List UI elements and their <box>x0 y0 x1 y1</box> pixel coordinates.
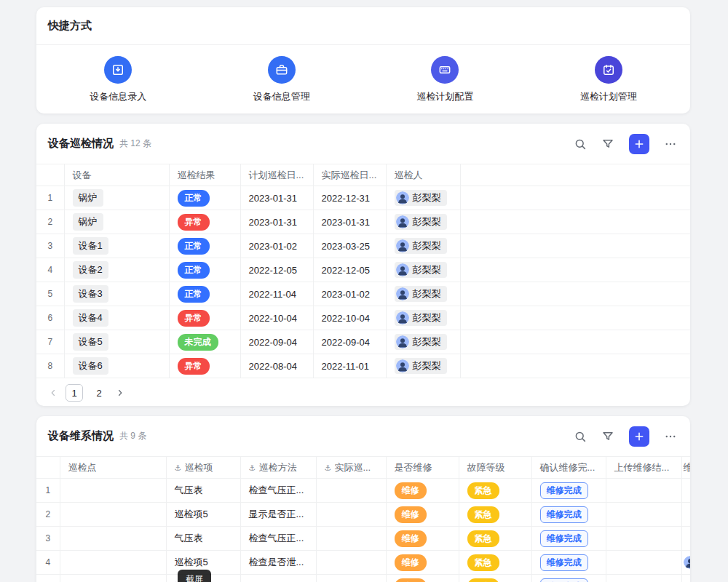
device-cell[interactable]: 设备3 <box>64 282 169 306</box>
inspector-cell[interactable]: 彭梨梨 <box>386 306 460 330</box>
plan-date-cell[interactable]: 2022-09-04 <box>240 330 313 354</box>
actual-date-cell[interactable]: 2022-09-04 <box>313 330 386 354</box>
repair-cell[interactable]: 维修 <box>386 527 459 551</box>
maintenance-col-header-5[interactable]: 是否维修 <box>386 457 459 479</box>
add-record-button[interactable] <box>629 426 649 447</box>
inspection-col-header-1[interactable]: 设备 <box>64 164 169 186</box>
actual-date-cell[interactable]: 2022-10-04 <box>313 306 386 330</box>
confirm-repair-button[interactable]: 维修完成 <box>540 578 588 582</box>
inspection-row[interactable]: 6设备4异常2022-10-042022-10-04彭梨梨 <box>36 306 690 330</box>
inspector-cell[interactable]: 彭梨梨 <box>386 234 460 258</box>
maintenance-col-header-4[interactable]: ⚓︎实际巡... <box>316 457 386 479</box>
inspection-row[interactable]: 3设备1正常2023-01-022023-03-25彭梨梨 <box>36 234 690 258</box>
shortcut-item-1[interactable]: 设备信息录入 <box>36 56 200 103</box>
confirm-cell[interactable]: 维修完成 <box>531 503 606 527</box>
inspector-cell[interactable]: 彭梨梨 <box>386 354 460 378</box>
device-cell[interactable]: 设备6 <box>64 354 169 378</box>
inspector-cell[interactable]: 彭梨梨 <box>386 330 460 354</box>
actual-cell[interactable] <box>316 527 386 551</box>
maintenance-col-header-2[interactable]: ⚓︎巡检项 <box>166 457 240 479</box>
device-cell[interactable]: 锅炉 <box>64 210 169 234</box>
level-cell[interactable]: 紧急 <box>459 575 531 582</box>
more-options-icon[interactable] <box>664 137 677 151</box>
maintenance-row[interactable]: 5巡检项5维修紧急维修完成 <box>36 575 690 582</box>
inspector-cell[interactable]: 彭梨梨 <box>386 282 460 306</box>
plan-date-cell[interactable]: 2022-12-05 <box>240 258 313 282</box>
actual-date-cell[interactable]: 2022-12-05 <box>313 258 386 282</box>
method-cell[interactable]: 检查气压正... <box>240 479 316 503</box>
repair-cell[interactable]: 维修 <box>386 551 459 575</box>
device-cell[interactable]: 设备1 <box>64 234 169 258</box>
shortcut-item-4[interactable]: 巡检计划管理 <box>527 56 691 103</box>
maintenance-col-header-3[interactable]: ⚓︎巡检方法 <box>240 457 316 479</box>
inspection-col-header-4[interactable]: 实际巡检日... <box>313 164 386 186</box>
maintenance-col-header-9[interactable]: 维 <box>681 457 690 479</box>
actual-cell[interactable] <box>316 503 386 527</box>
actual-date-cell[interactable]: 2023-01-02 <box>313 282 386 306</box>
maintenance-row[interactable]: 4巡检项5检查是否泄...维修紧急维修完成 <box>36 551 690 575</box>
repair-cell[interactable]: 维修 <box>386 479 459 503</box>
repair-cell[interactable]: 维修 <box>386 575 459 582</box>
plan-date-cell[interactable]: 2022-08-04 <box>240 354 313 378</box>
actual-date-cell[interactable]: 2022-11-01 <box>313 354 386 378</box>
upload-cell[interactable] <box>606 479 681 503</box>
maintenance-col-header-1[interactable]: 巡检点 <box>60 457 166 479</box>
inspector-cell[interactable]: 彭梨梨 <box>386 258 460 282</box>
confirm-cell[interactable]: 维修完成 <box>531 527 606 551</box>
point-cell[interactable] <box>60 479 166 503</box>
result-cell[interactable]: 异常 <box>169 354 240 378</box>
upload-cell[interactable] <box>606 503 681 527</box>
extra-cell[interactable] <box>681 503 690 527</box>
point-cell[interactable] <box>60 575 166 582</box>
add-record-button[interactable] <box>629 134 649 154</box>
device-cell[interactable]: 锅炉 <box>64 186 169 210</box>
level-cell[interactable]: 紧急 <box>459 551 531 575</box>
device-cell[interactable]: 设备2 <box>64 258 169 282</box>
extra-cell[interactable] <box>681 479 690 503</box>
result-cell[interactable]: 正常 <box>169 258 240 282</box>
page-button-1[interactable]: 1 <box>66 384 83 402</box>
repair-cell[interactable]: 维修 <box>386 503 459 527</box>
inspection-col-header-3[interactable]: 计划巡检日... <box>240 164 313 186</box>
inspection-row[interactable]: 2锅炉异常2023-01-312023-01-31彭梨梨 <box>36 210 690 234</box>
confirm-cell[interactable]: 维修完成 <box>531 479 606 503</box>
more-options-icon[interactable] <box>664 430 677 443</box>
result-cell[interactable]: 正常 <box>169 186 240 210</box>
maintenance-col-header-8[interactable]: 上传维修结... <box>606 457 681 479</box>
upload-cell[interactable] <box>606 551 681 575</box>
confirm-repair-button[interactable]: 维修完成 <box>540 530 588 547</box>
actual-cell[interactable] <box>316 479 386 503</box>
filter-icon[interactable] <box>601 137 614 151</box>
extra-cell[interactable] <box>681 575 690 582</box>
confirm-cell[interactable]: 维修完成 <box>531 551 606 575</box>
confirm-repair-button[interactable]: 维修完成 <box>540 506 588 523</box>
plan-date-cell[interactable]: 2023-01-31 <box>240 210 313 234</box>
page-button-2[interactable]: 2 <box>90 384 108 402</box>
device-cell[interactable]: 设备4 <box>64 306 169 330</box>
method-cell[interactable]: 显示是否正... <box>240 503 316 527</box>
search-icon[interactable] <box>574 430 587 443</box>
inspection-col-header-2[interactable]: 巡检结果 <box>169 164 240 186</box>
item-cell[interactable]: 气压表 <box>166 527 240 551</box>
inspection-row[interactable]: 7设备5未完成2022-09-042022-09-04彭梨梨 <box>36 330 690 354</box>
result-cell[interactable]: 异常 <box>169 210 240 234</box>
filter-icon[interactable] <box>601 430 614 443</box>
result-cell[interactable]: 正常 <box>169 282 240 306</box>
actual-cell[interactable] <box>316 551 386 575</box>
device-cell[interactable]: 设备5 <box>64 330 169 354</box>
actual-date-cell[interactable]: 2023-01-31 <box>313 210 386 234</box>
point-cell[interactable] <box>60 527 166 551</box>
inspection-row[interactable]: 5设备3正常2022-11-042023-01-02彭梨梨 <box>36 282 690 306</box>
result-cell[interactable]: 未完成 <box>169 330 240 354</box>
inspection-row[interactable]: 8设备6异常2022-08-042022-11-01彭梨梨 <box>36 354 690 378</box>
search-icon[interactable] <box>574 137 587 151</box>
shortcut-item-3[interactable]: 巡检计划配置 <box>363 56 527 103</box>
inspection-row[interactable]: 1锅炉正常2023-01-312022-12-31彭梨梨 <box>36 186 690 210</box>
upload-cell[interactable] <box>606 575 681 582</box>
extra-cell[interactable] <box>681 527 690 551</box>
extra-cell[interactable] <box>681 551 690 575</box>
inspection-row[interactable]: 4设备2正常2022-12-052022-12-05彭梨梨 <box>36 258 690 282</box>
plan-date-cell[interactable]: 2022-11-04 <box>240 282 313 306</box>
item-cell[interactable]: 气压表 <box>166 479 240 503</box>
actual-date-cell[interactable]: 2023-03-25 <box>313 234 386 258</box>
